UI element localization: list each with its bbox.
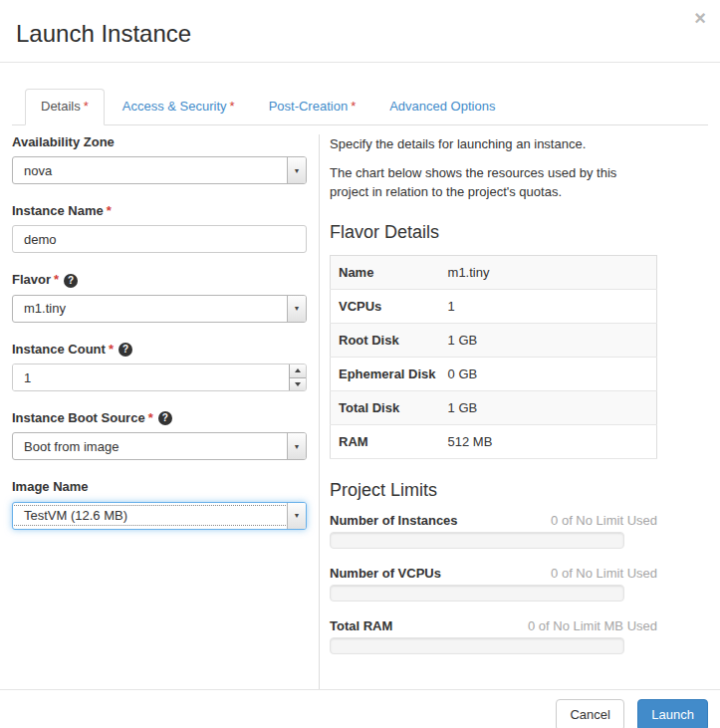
instance-boot-source-label: Instance Boot Source * ? <box>12 411 307 425</box>
flavor-field: Flavor * ? m1.tiny <box>12 273 307 322</box>
image-name-field: Image Name TestVM (12.6 MB) <box>12 480 307 529</box>
progress-bar <box>330 585 624 602</box>
instance-count-stepper <box>12 364 307 391</box>
stepper-up-icon[interactable] <box>289 364 306 378</box>
image-name-value: TestVM (12.6 MB) <box>13 508 287 523</box>
dropdown-arrow-icon <box>287 503 306 529</box>
tab-label: Access & Security <box>122 99 227 114</box>
tab-advanced-options[interactable]: Advanced Options <box>373 89 514 124</box>
required-asterisk: * <box>230 99 235 114</box>
flavor-details-title: Flavor Details <box>330 222 657 244</box>
modal-header: × Launch Instance <box>0 0 720 63</box>
instance-boot-source-value: Boot from image <box>13 439 287 454</box>
table-row: VCPUs 1 <box>331 289 657 323</box>
tab-details[interactable]: Details* <box>25 89 105 124</box>
instance-count-input[interactable] <box>13 364 289 390</box>
progress-bar <box>330 637 624 654</box>
flavor-row-value: 512 MB <box>440 424 657 458</box>
flavor-row-label: Root Disk <box>331 323 440 357</box>
details-panel: Specify the details for launching an ins… <box>320 134 657 689</box>
flavor-row-label: VCPUs <box>331 289 440 323</box>
flavor-details-table: Name m1.tiny VCPUs 1 Root Disk 1 GB Ep <box>330 255 657 459</box>
tab-post-creation[interactable]: Post-Creation* <box>253 89 372 124</box>
flavor-row-value: m1.tiny <box>440 255 657 289</box>
availability-zone-select[interactable]: nova <box>12 156 307 184</box>
flavor-row-label: Total Disk <box>331 390 440 424</box>
instance-count-field: Instance Count * ? <box>12 343 307 391</box>
stepper-down-icon[interactable] <box>289 378 306 391</box>
tab-bar: Details* Access & Security* Post-Creatio… <box>12 89 708 124</box>
limit-instances: Number of Instances 0 of No Limit Used <box>330 513 657 549</box>
flavor-row-label: Ephemeral Disk <box>331 357 440 390</box>
required-asterisk: * <box>107 204 112 218</box>
required-asterisk: * <box>109 343 114 357</box>
table-row: Total Disk 1 GB <box>331 390 657 424</box>
tab-content-details: Availability Zone nova Instance Name * <box>12 125 708 689</box>
instance-name-label: Instance Name * <box>12 204 307 218</box>
launch-button[interactable]: Launch <box>637 699 708 728</box>
tab-access-security[interactable]: Access & Security* <box>107 89 251 124</box>
flavor-row-value: 1 <box>440 289 657 323</box>
required-asterisk: * <box>351 99 356 114</box>
dropdown-arrow-icon <box>287 433 306 459</box>
limit-usage: 0 of No Limit Used <box>551 513 657 528</box>
help-text-1: Specify the details for launching an ins… <box>330 135 657 154</box>
limit-label: Number of Instances <box>330 513 458 528</box>
stepper-buttons <box>289 364 306 390</box>
table-row: RAM 512 MB <box>331 424 657 458</box>
dropdown-arrow-icon <box>287 296 306 322</box>
table-row: Root Disk 1 GB <box>331 323 657 357</box>
flavor-label: Flavor * ? <box>12 273 307 287</box>
flavor-row-value: 1 GB <box>440 390 657 424</box>
limit-usage: 0 of No Limit MB Used <box>528 618 657 633</box>
flavor-row-value: 1 GB <box>440 323 657 357</box>
help-icon[interactable]: ? <box>64 274 78 288</box>
progress-bar <box>330 532 624 549</box>
tab-label: Post-Creation <box>269 99 348 114</box>
dropdown-arrow-icon <box>287 157 306 183</box>
image-name-select[interactable]: TestVM (12.6 MB) <box>12 502 307 530</box>
limit-label: Number of VCPUs <box>330 566 441 581</box>
flavor-row-label: Name <box>331 255 440 289</box>
availability-zone-value: nova <box>13 163 287 178</box>
required-asterisk: * <box>54 273 59 287</box>
project-limits-title: Project Limits <box>330 480 657 502</box>
help-icon[interactable]: ? <box>158 411 172 425</box>
required-asterisk: * <box>84 99 89 114</box>
availability-zone-field: Availability Zone nova <box>12 135 307 184</box>
launch-instance-modal: × Launch Instance Details* Access & Secu… <box>0 0 720 728</box>
table-row: Name m1.tiny <box>331 255 657 289</box>
flavor-row-label: RAM <box>331 424 440 458</box>
modal-footer: Cancel Launch <box>0 689 720 728</box>
flavor-value: m1.tiny <box>13 301 287 316</box>
tab-label: Advanced Options <box>389 99 495 114</box>
instance-name-input[interactable] <box>12 225 307 253</box>
cancel-button[interactable]: Cancel <box>556 699 623 728</box>
flavor-select[interactable]: m1.tiny <box>12 295 307 323</box>
instance-name-field: Instance Name * <box>12 204 307 253</box>
instance-count-label: Instance Count * ? <box>12 343 307 357</box>
help-text-2: The chart below shows the resources used… <box>330 164 657 202</box>
availability-zone-label: Availability Zone <box>12 135 307 149</box>
required-asterisk: * <box>148 411 153 425</box>
tab-label: Details <box>41 99 81 114</box>
limit-vcpus: Number of VCPUs 0 of No Limit Used <box>330 566 657 602</box>
flavor-row-value: 0 GB <box>440 357 657 390</box>
help-icon[interactable]: ? <box>119 343 132 357</box>
instance-boot-source-select[interactable]: Boot from image <box>12 432 307 460</box>
launch-form: Availability Zone nova Instance Name * <box>12 134 320 689</box>
limit-label: Total RAM <box>330 618 392 633</box>
limit-ram: Total RAM 0 of No Limit MB Used <box>330 618 657 654</box>
limit-usage: 0 of No Limit Used <box>551 566 657 581</box>
modal-body: Details* Access & Security* Post-Creatio… <box>0 63 720 688</box>
image-name-label: Image Name <box>12 480 307 494</box>
close-icon[interactable]: × <box>694 8 706 28</box>
table-row: Ephemeral Disk 0 GB <box>331 357 657 390</box>
modal-title: Launch Instance <box>16 21 704 47</box>
instance-boot-source-field: Instance Boot Source * ? Boot from image <box>12 411 307 460</box>
